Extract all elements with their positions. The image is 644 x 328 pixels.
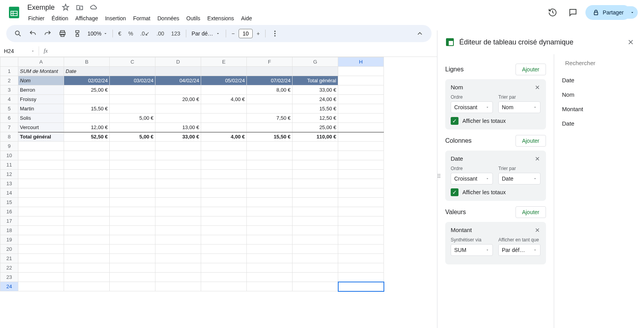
cell[interactable] [155,170,201,179]
cell[interactable] [247,235,293,245]
cell[interactable]: 4,00 € [201,95,247,104]
close-icon[interactable] [534,156,541,162]
cell[interactable] [155,254,201,263]
cell[interactable] [155,179,201,188]
cell[interactable]: 15,50 € [64,104,110,113]
cell[interactable] [155,273,201,282]
name-box[interactable]: H24 [0,46,39,56]
cell[interactable] [110,170,155,179]
cell[interactable] [155,151,201,160]
cell[interactable]: 12,00 € [64,123,110,132]
cell[interactable]: Solis [18,113,64,123]
cell[interactable]: Date [64,67,110,76]
cell[interactable] [64,188,110,198]
cell[interactable] [201,170,247,179]
cell[interactable] [293,263,338,273]
col-header[interactable]: A [18,57,64,67]
cell[interactable] [18,226,64,235]
field-date[interactable]: Date [560,73,638,87]
menu-format[interactable]: Format [130,14,153,23]
cell[interactable] [247,207,293,216]
order-select[interactable]: Croissant [451,101,493,113]
cell[interactable] [293,216,338,226]
cell[interactable] [201,207,247,216]
cell[interactable]: 25,00 € [293,123,338,132]
row-header[interactable]: 13 [0,179,18,188]
cell[interactable] [338,273,384,282]
cell[interactable] [201,216,247,226]
cell[interactable]: 5,00 € [110,132,155,142]
font-select[interactable]: Par dé… [189,29,223,38]
currency-icon[interactable]: € [115,28,125,39]
cell[interactable] [247,245,293,254]
cell[interactable] [293,207,338,216]
close-icon[interactable] [534,227,541,233]
cell[interactable] [338,160,384,170]
row-header[interactable]: 12 [0,170,18,179]
cell[interactable] [201,263,247,273]
row-header[interactable]: 8 [0,132,18,142]
cell[interactable] [293,245,338,254]
cell[interactable] [155,188,201,198]
cell[interactable] [64,245,110,254]
cell[interactable] [201,254,247,263]
cell[interactable] [110,245,155,254]
cell[interactable] [293,179,338,188]
cell[interactable] [18,216,64,226]
col-header[interactable]: F [247,57,293,67]
search-icon[interactable] [11,27,25,40]
cell[interactable] [247,160,293,170]
cell[interactable]: 13,00 € [155,123,201,132]
cell[interactable] [338,263,384,273]
cell[interactable] [155,207,201,216]
cell[interactable] [338,198,384,207]
redo-icon[interactable] [41,27,55,40]
cell[interactable]: 110,00 € [293,132,338,142]
val-card-montant[interactable]: Montant Synthétiser viaSUM Afficher en t… [445,222,546,264]
menu-edition[interactable]: Édition [48,14,71,23]
add-vals-button[interactable]: Ajouter [516,206,546,218]
more-icon[interactable] [268,27,282,40]
cell[interactable] [64,95,110,104]
col-header[interactable]: H [338,57,384,67]
undo-icon[interactable] [26,27,40,40]
col-card-date[interactable]: Date OrdreCroissant Trier parDate ✓Affic… [445,151,546,201]
row-header[interactable]: 6 [0,113,18,123]
cell[interactable] [110,282,155,291]
cell[interactable] [247,263,293,273]
comment-icon[interactable] [565,5,581,20]
cell[interactable] [18,142,64,151]
row-header[interactable]: 5 [0,104,18,113]
cell[interactable] [110,104,155,113]
cell[interactable] [293,198,338,207]
field-montant[interactable]: Montant [560,102,638,116]
cell[interactable] [338,207,384,216]
cell[interactable] [247,282,293,291]
cell[interactable] [18,170,64,179]
cell[interactable] [293,142,338,151]
cell[interactable] [247,273,293,282]
cell[interactable]: 04/02/24 [155,76,201,85]
cell[interactable] [201,198,247,207]
cell[interactable]: 7,50 € [247,113,293,123]
cell[interactable] [64,282,110,291]
row-header[interactable]: 20 [0,245,18,254]
summarize-select[interactable]: SUM [451,244,493,256]
cell[interactable] [110,179,155,188]
cell[interactable] [110,207,155,216]
cell[interactable] [110,85,155,95]
menu-affichage[interactable]: Affichage [72,14,101,23]
row-header[interactable]: 16 [0,207,18,216]
cell[interactable] [338,179,384,188]
cell[interactable] [155,263,201,273]
cell[interactable] [247,151,293,160]
field-search-input[interactable] [565,60,639,66]
cell[interactable] [18,235,64,245]
cell[interactable] [18,273,64,282]
cell[interactable] [18,188,64,198]
cell[interactable] [110,198,155,207]
close-icon[interactable] [625,37,636,48]
col-header[interactable]: E [201,57,247,67]
cell[interactable]: 15,50 € [247,132,293,142]
cell[interactable]: 33,00 € [293,85,338,95]
